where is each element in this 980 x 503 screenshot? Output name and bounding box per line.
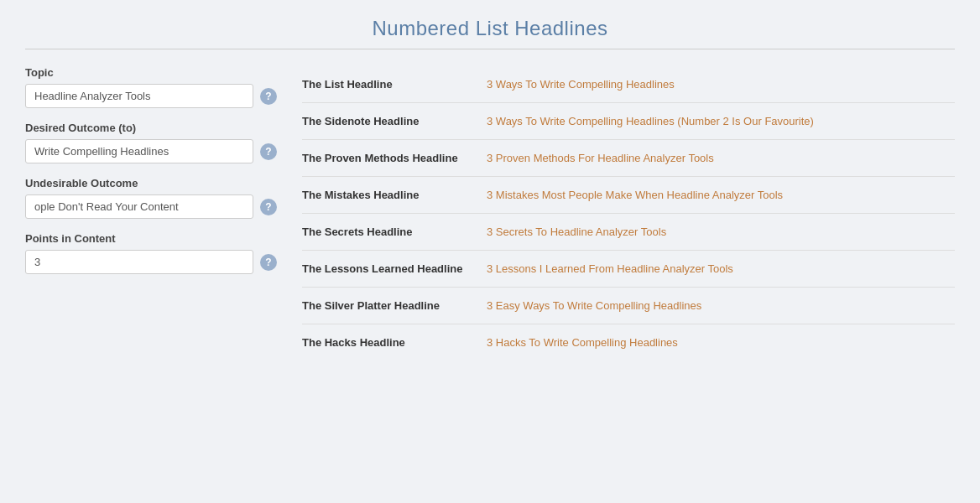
topic-input[interactable]: [25, 84, 253, 108]
topic-label: Topic: [25, 66, 277, 79]
headline-link[interactable]: 3 Hacks To Write Compelling Headlines: [487, 336, 678, 349]
headline-value[interactable]: 3 Hacks To Write Compelling Headlines: [487, 324, 955, 361]
headline-table: The List Headline3 Ways To Write Compell…: [302, 66, 955, 360]
headline-link[interactable]: 3 Ways To Write Compelling Headlines (Nu…: [487, 115, 814, 127]
headline-type: The Hacks Headline: [302, 324, 487, 361]
divider: [25, 49, 955, 49]
headline-type: The Secrets Headline: [302, 214, 487, 251]
table-row: The Secrets Headline3 Secrets To Headlin…: [302, 214, 955, 251]
headline-value[interactable]: 3 Easy Ways To Write Compelling Headline…: [487, 288, 955, 324]
headline-value[interactable]: 3 Ways To Write Compelling Headlines (Nu…: [487, 103, 955, 140]
headline-value[interactable]: 3 Lessons I Learned From Headline Analyz…: [487, 251, 955, 288]
table-row: The Hacks Headline3 Hacks To Write Compe…: [302, 324, 955, 361]
headline-link[interactable]: 3 Ways To Write Compelling Headlines: [487, 78, 675, 91]
topic-field-row: ?: [25, 84, 277, 108]
headline-type: The Mistakes Headline: [302, 177, 487, 214]
points-help-icon[interactable]: ?: [260, 254, 277, 271]
headline-link[interactable]: 3 Proven Methods For Headline Analyzer T…: [487, 152, 714, 164]
table-row: The Sidenote Headline3 Ways To Write Com…: [302, 103, 955, 140]
headline-type: The Lessons Learned Headline: [302, 251, 487, 288]
page-title: Numbered List Headlines: [25, 17, 955, 40]
headline-link[interactable]: 3 Mistakes Most People Make When Headlin…: [487, 189, 783, 201]
undesirable-input[interactable]: [25, 194, 253, 219]
headline-link[interactable]: 3 Lessons I Learned From Headline Analyz…: [487, 262, 733, 275]
headline-type: The Silver Platter Headline: [302, 288, 487, 324]
right-panel: The List Headline3 Ways To Write Compell…: [302, 66, 955, 360]
headline-type: The List Headline: [302, 66, 487, 103]
table-row: The List Headline3 Ways To Write Compell…: [302, 66, 955, 103]
topic-field-group: Topic ?: [25, 66, 277, 108]
outcome-field-row: ?: [25, 139, 277, 163]
table-row: The Mistakes Headline3 Mistakes Most Peo…: [302, 177, 955, 214]
headline-value[interactable]: 3 Secrets To Headline Analyzer Tools: [487, 214, 955, 251]
headline-value[interactable]: 3 Mistakes Most People Make When Headlin…: [487, 177, 955, 214]
table-row: The Lessons Learned Headline3 Lessons I …: [302, 251, 955, 288]
outcome-label: Desired Outcome (to): [25, 122, 277, 134]
headline-type: The Sidenote Headline: [302, 103, 487, 140]
outcome-field-group: Desired Outcome (to) ?: [25, 122, 277, 163]
main-content: Topic ? Desired Outcome (to) ? Undesirab…: [25, 66, 955, 360]
outcome-input[interactable]: [25, 139, 253, 163]
table-row: The Proven Methods Headline3 Proven Meth…: [302, 140, 955, 177]
undesirable-help-icon[interactable]: ?: [260, 199, 277, 215]
headline-type: The Proven Methods Headline: [302, 140, 487, 177]
undesirable-label: Undesirable Outcome: [25, 177, 277, 189]
points-field-row: ?: [25, 250, 277, 274]
headline-link[interactable]: 3 Secrets To Headline Analyzer Tools: [487, 226, 666, 238]
undesirable-field-group: Undesirable Outcome ?: [25, 177, 277, 219]
headline-link[interactable]: 3 Easy Ways To Write Compelling Headline…: [487, 299, 701, 312]
table-row: The Silver Platter Headline3 Easy Ways T…: [302, 288, 955, 324]
topic-help-icon[interactable]: ?: [260, 88, 277, 105]
points-input[interactable]: [25, 250, 253, 274]
outcome-help-icon[interactable]: ?: [260, 143, 277, 160]
left-panel: Topic ? Desired Outcome (to) ? Undesirab…: [25, 66, 277, 360]
points-label: Points in Content: [25, 232, 277, 245]
undesirable-field-row: ?: [25, 194, 277, 219]
headline-value[interactable]: 3 Proven Methods For Headline Analyzer T…: [487, 140, 955, 177]
points-field-group: Points in Content ?: [25, 232, 277, 274]
headline-value[interactable]: 3 Ways To Write Compelling Headlines: [487, 66, 955, 103]
